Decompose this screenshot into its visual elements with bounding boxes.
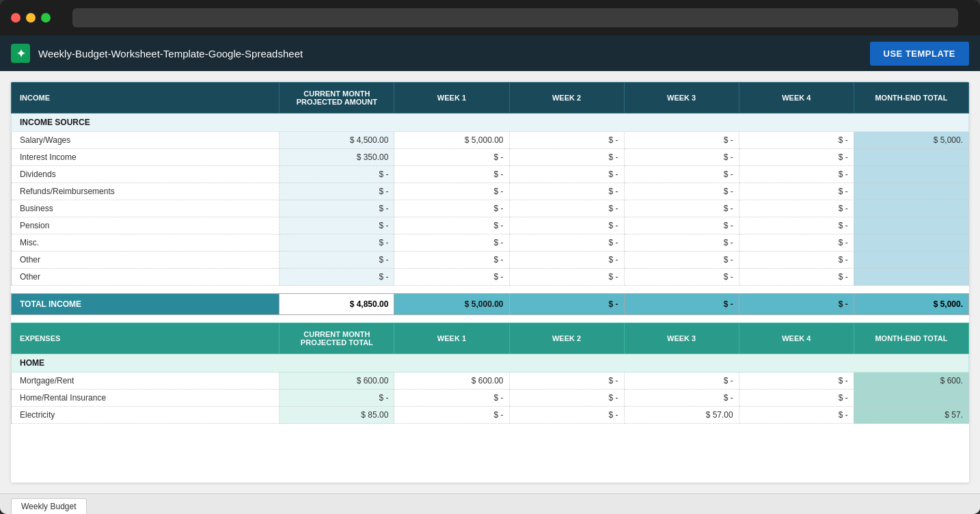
row-week2[interactable]: $ - — [509, 217, 624, 234]
row-label[interactable]: Home/Rental Insurance — [12, 390, 280, 407]
row-total[interactable]: $ 5,000. — [854, 132, 968, 149]
row-week3[interactable]: $ - — [624, 252, 739, 269]
row-week2[interactable]: $ - — [509, 166, 624, 183]
row-week3[interactable]: $ 57.00 — [624, 407, 739, 424]
row-projected[interactable]: $ 350.00 — [280, 149, 394, 166]
row-projected[interactable]: $ - — [280, 166, 394, 183]
row-week2[interactable]: $ - — [509, 183, 624, 200]
row-total[interactable] — [854, 149, 968, 166]
row-label[interactable]: Misc. — [12, 234, 280, 252]
row-week3[interactable]: $ - — [624, 390, 739, 407]
spreadsheet-wrapper[interactable]: INCOME CURRENT MONTH PROJECTED AMOUNT WE… — [11, 82, 969, 483]
row-projected[interactable]: $ - — [280, 200, 394, 217]
row-week2[interactable]: $ - — [509, 200, 624, 217]
row-projected[interactable]: $ 4,500.00 — [280, 132, 394, 149]
row-week2[interactable]: $ - — [509, 407, 624, 424]
row-week1[interactable]: $ - — [394, 390, 509, 407]
income-source-label-row: INCOME SOURCE — [12, 113, 969, 132]
row-total[interactable] — [854, 166, 968, 183]
row-label[interactable]: Interest Income — [12, 149, 280, 166]
row-week3[interactable]: $ - — [624, 373, 739, 390]
close-button[interactable] — [11, 13, 21, 23]
row-label[interactable]: Electricity — [12, 407, 280, 424]
row-total[interactable]: $ 600. — [854, 373, 968, 390]
row-week2[interactable]: $ - — [509, 132, 624, 149]
row-total[interactable] — [854, 234, 968, 252]
row-projected[interactable]: $ 600.00 — [280, 373, 394, 390]
minimize-button[interactable] — [26, 13, 36, 23]
row-week1[interactable]: $ - — [394, 407, 509, 424]
address-bar[interactable] — [72, 8, 958, 27]
row-week1[interactable]: $ - — [394, 200, 509, 217]
row-week4[interactable]: $ - — [739, 166, 854, 183]
row-week1[interactable]: $ 5,000.00 — [394, 132, 509, 149]
row-total[interactable] — [854, 269, 968, 286]
row-week4[interactable]: $ - — [739, 132, 854, 149]
row-total[interactable] — [854, 217, 968, 234]
row-week1[interactable]: $ - — [394, 217, 509, 234]
row-week4[interactable]: $ - — [739, 407, 854, 424]
row-week4[interactable]: $ - — [739, 149, 854, 166]
row-week3[interactable]: $ - — [624, 269, 739, 286]
row-label[interactable]: Salary/Wages — [12, 132, 280, 149]
table-row: Home/Rental Insurance $ - $ - $ - $ - $ … — [12, 390, 969, 407]
row-week3[interactable]: $ - — [624, 234, 739, 252]
row-label[interactable]: Business — [12, 200, 280, 217]
row-week3[interactable]: $ - — [624, 200, 739, 217]
row-week4[interactable]: $ - — [739, 390, 854, 407]
row-total[interactable] — [854, 200, 968, 217]
row-week2[interactable]: $ - — [509, 373, 624, 390]
row-week4[interactable]: $ - — [739, 217, 854, 234]
row-projected[interactable]: $ - — [280, 183, 394, 200]
row-week4[interactable]: $ - — [739, 252, 854, 269]
row-total[interactable] — [854, 183, 968, 200]
row-week3[interactable]: $ - — [624, 183, 739, 200]
row-projected[interactable]: $ - — [280, 390, 394, 407]
row-projected[interactable]: $ 85.00 — [280, 407, 394, 424]
row-week4[interactable]: $ - — [739, 200, 854, 217]
total-income-week1: $ 5,000.00 — [394, 294, 509, 315]
row-week2[interactable]: $ - — [509, 252, 624, 269]
row-projected[interactable]: $ - — [280, 252, 394, 269]
row-label[interactable]: Dividends — [12, 166, 280, 183]
table-row: Refunds/Reimbursements $ - $ - $ - $ - $… — [12, 183, 969, 200]
row-projected[interactable]: $ - — [280, 234, 394, 252]
row-week4[interactable]: $ - — [739, 183, 854, 200]
row-week1[interactable]: $ - — [394, 166, 509, 183]
row-week4[interactable]: $ - — [739, 269, 854, 286]
row-week3[interactable]: $ - — [624, 166, 739, 183]
total-income-week4: $ - — [739, 294, 854, 315]
app-header: ✦ Weekly-Budget-Worksheet-Template-Googl… — [0, 36, 980, 71]
row-week1[interactable]: $ - — [394, 149, 509, 166]
row-projected[interactable]: $ - — [280, 269, 394, 286]
row-total[interactable] — [854, 252, 968, 269]
row-week4[interactable]: $ - — [739, 373, 854, 390]
row-label[interactable]: Refunds/Reimbursements — [12, 183, 280, 200]
row-week2[interactable]: $ - — [509, 269, 624, 286]
total-income-total: $ 5,000. — [854, 294, 968, 315]
expenses-header-row: EXPENSES CURRENT MONTH PROJECTED TOTAL W… — [12, 323, 969, 354]
row-week2[interactable]: $ - — [509, 149, 624, 166]
row-projected[interactable]: $ - — [280, 217, 394, 234]
use-template-button[interactable]: USE TEMPLATE — [870, 42, 969, 66]
row-week3[interactable]: $ - — [624, 217, 739, 234]
row-week4[interactable]: $ - — [739, 234, 854, 252]
row-week2[interactable]: $ - — [509, 390, 624, 407]
maximize-button[interactable] — [41, 13, 51, 23]
row-week2[interactable]: $ - — [509, 234, 624, 252]
row-week1[interactable]: $ 600.00 — [394, 373, 509, 390]
row-label[interactable]: Other — [12, 252, 280, 269]
row-week1[interactable]: $ - — [394, 269, 509, 286]
row-total[interactable] — [854, 390, 968, 407]
row-total[interactable]: $ 57. — [854, 407, 968, 424]
row-week3[interactable]: $ - — [624, 149, 739, 166]
row-week1[interactable]: $ - — [394, 252, 509, 269]
row-label[interactable]: Pension — [12, 217, 280, 234]
row-label[interactable]: Other — [12, 269, 280, 286]
row-week3[interactable]: $ - — [624, 132, 739, 149]
weekly-budget-tab[interactable]: Weekly Budget — [11, 498, 87, 514]
home-section-label: HOME — [12, 354, 969, 373]
row-label[interactable]: Mortgage/Rent — [12, 373, 280, 390]
row-week1[interactable]: $ - — [394, 183, 509, 200]
row-week1[interactable]: $ - — [394, 234, 509, 252]
